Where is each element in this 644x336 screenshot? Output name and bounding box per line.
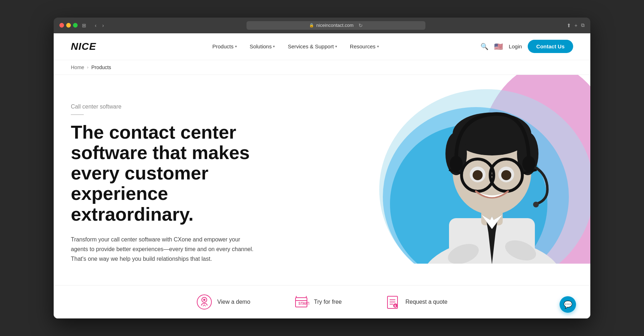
svg-text:START: START xyxy=(298,302,309,306)
breadcrumb-home[interactable]: Home xyxy=(71,64,84,70)
quote-icon: $ xyxy=(385,294,400,310)
chat-icon: 💬 xyxy=(564,300,572,309)
browser-action-buttons: ⬆ + ⧉ xyxy=(567,22,585,28)
demo-icon xyxy=(196,294,212,310)
chevron-down-icon: ▾ xyxy=(335,44,337,48)
forward-button[interactable]: › xyxy=(101,22,106,29)
request-quote-cta[interactable]: $ Request a quote xyxy=(385,294,447,310)
browser-window: ⊞ ‹ › 🔒 niceincontact.com ↻ ⬆ + ⧉ NICE P… xyxy=(54,18,590,319)
svg-point-21 xyxy=(450,156,463,172)
main-nav: NICE Products ▾ Solutions ▾ Services & S… xyxy=(54,33,590,60)
svg-point-19 xyxy=(501,170,511,180)
svg-point-22 xyxy=(522,156,535,172)
try-free-cta[interactable]: START Try for free xyxy=(293,294,342,310)
svg-point-20 xyxy=(533,202,539,207)
share-button[interactable]: ⬆ xyxy=(567,23,571,28)
url-text: niceincontact.com xyxy=(316,23,353,28)
refresh-button[interactable]: ↻ xyxy=(358,23,363,28)
request-quote-label: Request a quote xyxy=(405,299,447,305)
chevron-down-icon: ▾ xyxy=(377,44,379,48)
website-content: NICE Products ▾ Solutions ▾ Services & S… xyxy=(54,33,590,319)
svg-point-17 xyxy=(473,170,483,180)
maximize-button[interactable] xyxy=(73,23,78,28)
nav-item-products[interactable]: Products ▾ xyxy=(207,40,241,52)
svg-text:$: $ xyxy=(394,304,396,308)
browser-chrome: ⊞ ‹ › 🔒 niceincontact.com ↻ ⬆ + ⧉ xyxy=(54,18,590,33)
fullscreen-button[interactable]: ⧉ xyxy=(581,22,585,28)
language-selector[interactable]: 🇺🇸 xyxy=(494,42,503,51)
breadcrumb-current: Products xyxy=(91,64,111,70)
hero-content: Call center software The contact center … xyxy=(71,96,286,264)
chat-button[interactable]: 💬 xyxy=(560,296,576,313)
nav-item-resources[interactable]: Resources ▾ xyxy=(345,40,384,52)
new-tab-button[interactable]: + xyxy=(575,23,577,28)
contact-us-button[interactable]: Contact Us xyxy=(528,40,573,53)
breadcrumb-separator: › xyxy=(87,65,88,70)
browser-nav-controls: ‹ › xyxy=(93,22,105,29)
login-button[interactable]: Login xyxy=(509,43,522,49)
lock-icon: 🔒 xyxy=(309,23,314,28)
free-icon: START xyxy=(293,294,309,310)
nav-item-services[interactable]: Services & Support ▾ xyxy=(283,40,342,52)
address-bar[interactable]: 🔒 niceincontact.com ↻ xyxy=(247,21,425,30)
chevron-down-icon: ▾ xyxy=(235,44,237,48)
view-demo-label: View a demo xyxy=(217,299,250,305)
svg-point-27 xyxy=(203,299,205,301)
minimize-button[interactable] xyxy=(66,23,71,28)
hero-subtitle: Call center software xyxy=(71,104,286,110)
person-image xyxy=(394,75,590,264)
cta-bar: View a demo START Try for free xyxy=(54,285,590,318)
search-icon[interactable]: 🔍 xyxy=(480,43,488,51)
close-button[interactable] xyxy=(59,23,64,28)
back-button[interactable]: ‹ xyxy=(93,22,98,29)
breadcrumb: Home › Products xyxy=(54,60,590,75)
chevron-down-icon: ▾ xyxy=(273,44,275,48)
sidebar-icon[interactable]: ⊞ xyxy=(82,23,86,28)
hero-section: Call center software The contact center … xyxy=(54,75,590,264)
nav-item-solutions[interactable]: Solutions ▾ xyxy=(245,40,280,52)
traffic-lights xyxy=(59,23,78,28)
hero-description: Transform your call center software with… xyxy=(71,235,257,264)
logo[interactable]: NICE xyxy=(71,41,96,52)
hero-subtitle-divider xyxy=(71,114,84,115)
nav-links: Products ▾ Solutions ▾ Services & Suppor… xyxy=(111,40,480,52)
nav-right: 🔍 🇺🇸 Login Contact Us xyxy=(480,40,573,53)
hero-title: The contact center software that makes e… xyxy=(71,122,264,225)
view-demo-cta[interactable]: View a demo xyxy=(196,294,250,310)
try-free-label: Try for free xyxy=(314,299,342,305)
hero-image-area xyxy=(358,75,590,264)
